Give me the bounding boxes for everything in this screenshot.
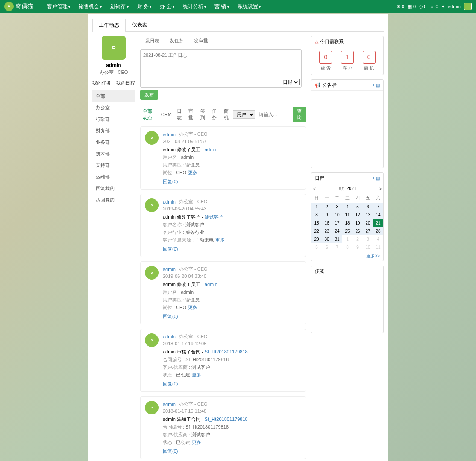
filter-all[interactable]: 全部动态: [140, 107, 159, 122]
tab-activity[interactable]: 工作动态: [92, 19, 126, 32]
feed-more[interactable]: 更多: [192, 372, 201, 377]
schedule-more[interactable]: 更多>>: [366, 254, 380, 258]
search-button[interactable]: 查询: [293, 107, 306, 122]
feed-more[interactable]: 更多: [188, 170, 197, 175]
topbar-left: ⚬ 奇偶猫 客户管理 销售机会 进销存 财 务 办 公 统计分析 营 销 系统设…: [4, 2, 264, 11]
user-avatar-icon[interactable]: [464, 3, 472, 10]
nav-sales[interactable]: 销售机会: [75, 3, 105, 10]
feed-reply[interactable]: 回复(0): [163, 381, 178, 387]
dept-business[interactable]: 业务部: [92, 137, 135, 148]
calendar: < 8月 2021 > 日一二三四五六 1234567 891011121314…: [311, 184, 383, 251]
stat-diamond[interactable]: ◇ 0: [419, 4, 426, 9]
post-tab-task[interactable]: 发任务: [165, 36, 189, 46]
stat-star[interactable]: ☆ 0: [430, 4, 438, 9]
nav-finance[interactable]: 财 务: [134, 3, 155, 10]
filter-checkin[interactable]: 签到: [198, 107, 209, 122]
filter-crm[interactable]: CRM: [159, 111, 174, 118]
feed-container: ⚬ admin办公室 - CEO 2021-08-21 09:51:57 adm…: [140, 126, 306, 459]
filter-approval[interactable]: 审批: [186, 107, 197, 122]
feed-reply[interactable]: 回复(0): [163, 246, 178, 252]
filter-biz[interactable]: 商机: [221, 107, 233, 122]
publish-button[interactable]: 发布: [140, 90, 158, 100]
contact-leads[interactable]: 0线 索: [319, 51, 332, 71]
post-tab-approval[interactable]: 发审批: [189, 36, 213, 46]
contact-customers[interactable]: 1客 户: [341, 51, 354, 71]
post-type-select[interactable]: 日报: [281, 79, 300, 85]
filter-user-select[interactable]: 用户: [233, 110, 255, 119]
feed-target-link[interactable]: Sf_Ht201801179818: [205, 349, 248, 354]
feed-item: ⚬ admin办公室 - CEO 2019-06-20 04:55:43 adm…: [140, 194, 306, 257]
post-tabs: 发日志 发任务 发审批: [140, 36, 306, 46]
feed-action: admin 添加了合同 - Sf_Ht201801179818: [163, 416, 301, 423]
post-tab-log[interactable]: 发日志: [140, 36, 165, 46]
post-textarea[interactable]: [143, 53, 299, 58]
panel-contact: △今日需联系 0线 索 1客 户 0商 机: [311, 36, 384, 75]
nav-settings[interactable]: 系统设置: [234, 3, 264, 10]
nav-inventory[interactable]: 进销存: [107, 3, 132, 10]
stat-grid[interactable]: ▦ 0: [408, 4, 416, 9]
feed-reply[interactable]: 回复(0): [163, 313, 178, 320]
user-role: 办公室 - CEO: [92, 69, 135, 76]
filter-log[interactable]: 日志: [174, 107, 186, 122]
nav-analytics[interactable]: 统计分析: [179, 3, 209, 10]
dept-admin[interactable]: 行政部: [92, 114, 135, 125]
dept-ops[interactable]: 运维部: [92, 171, 135, 183]
cal-head: < 8月 2021 >: [311, 184, 383, 193]
schedule-add[interactable]: + ▤: [372, 176, 380, 181]
panel-board: 📢公告栏+ ▤: [311, 79, 384, 168]
feed-user-link[interactable]: admin: [163, 267, 176, 272]
dept-my-replies[interactable]: 我回复的: [92, 194, 135, 206]
feed-dept: 办公室 - CEO: [179, 401, 208, 407]
panel-board-head: 📢公告栏+ ▤: [311, 80, 383, 91]
board-body: [311, 91, 383, 168]
post-input-box: 日报: [140, 49, 302, 88]
link-my-schedule[interactable]: 我的日程: [116, 80, 135, 86]
nav-marketing[interactable]: 营 销: [211, 3, 232, 10]
feed-user-link[interactable]: admin: [163, 199, 176, 204]
filter-task[interactable]: 任务: [209, 107, 221, 122]
feed-target-link[interactable]: 测试客户: [205, 214, 223, 219]
filter-input[interactable]: [257, 111, 291, 118]
right-column: △今日需联系 0线 索 1客 户 0商 机 📢公告栏+ ▤ 日程+ ▤ < 8月…: [311, 36, 384, 461]
nav-customers[interactable]: 客户管理: [44, 3, 73, 10]
link-my-tasks[interactable]: 我的任务: [92, 80, 111, 86]
feed-more[interactable]: 更多: [215, 237, 225, 242]
feed-reply[interactable]: 回复(0): [163, 178, 178, 185]
dept-list: 全部 办公室 行政部 财务部 业务部 技术部 支持部 运维部 回复我的 我回复的: [92, 90, 135, 206]
feed-avatar-icon: ⚬: [145, 266, 159, 280]
feed-target-link[interactable]: admin: [205, 147, 217, 152]
board-add[interactable]: + ▤: [372, 83, 380, 88]
cal-prev[interactable]: <: [313, 187, 316, 191]
feed-user-link[interactable]: admin: [163, 132, 176, 137]
nav-office[interactable]: 办 公: [156, 3, 178, 10]
feed-more[interactable]: 更多: [188, 305, 197, 310]
dept-support[interactable]: 支持部: [92, 160, 135, 171]
contact-row: 0线 索 1客 户 0商 机: [311, 47, 383, 75]
dept-tech[interactable]: 技术部: [92, 148, 135, 160]
topbar: ⚬ 奇偶猫 客户管理 销售机会 进销存 财 务 办 公 统计分析 营 销 系统设…: [0, 0, 476, 13]
feed-time: 2018-01-17 19:12:05: [163, 341, 301, 346]
feed-time: 2019-06-20 04:33:40: [163, 274, 301, 279]
tab-dashboard[interactable]: 仪表盘: [126, 18, 154, 31]
dept-replies-to-me[interactable]: 回复我的: [92, 183, 135, 194]
bell-icon: △: [315, 39, 318, 44]
feed-action: admin 修改了员工 - admin: [163, 146, 301, 153]
cal-next[interactable]: >: [379, 187, 382, 191]
top-username[interactable]: admin: [448, 4, 461, 9]
dept-all[interactable]: 全部: [92, 90, 135, 102]
dept-office[interactable]: 办公室: [92, 102, 135, 114]
feed-more[interactable]: 更多: [192, 440, 201, 445]
avatar-icon: ⚬: [102, 36, 126, 60]
contact-opportunities[interactable]: 0商 机: [363, 51, 376, 71]
feed-dept: 办公室 - CEO: [179, 131, 208, 137]
cal-month: 8月 2021: [339, 186, 356, 192]
stat-plus[interactable]: +: [442, 4, 444, 9]
feed-reply[interactable]: 回复(0): [163, 448, 178, 455]
side-links: 我的任务 我的日程: [92, 80, 135, 86]
dept-finance[interactable]: 财务部: [92, 125, 135, 137]
stat-mail[interactable]: ✉ 0: [397, 4, 404, 9]
feed-user-link[interactable]: admin: [163, 334, 176, 339]
feed-target-link[interactable]: admin: [205, 282, 217, 287]
feed-target-link[interactable]: Sf_Ht201801179818: [205, 417, 248, 422]
feed-user-link[interactable]: admin: [163, 402, 176, 407]
